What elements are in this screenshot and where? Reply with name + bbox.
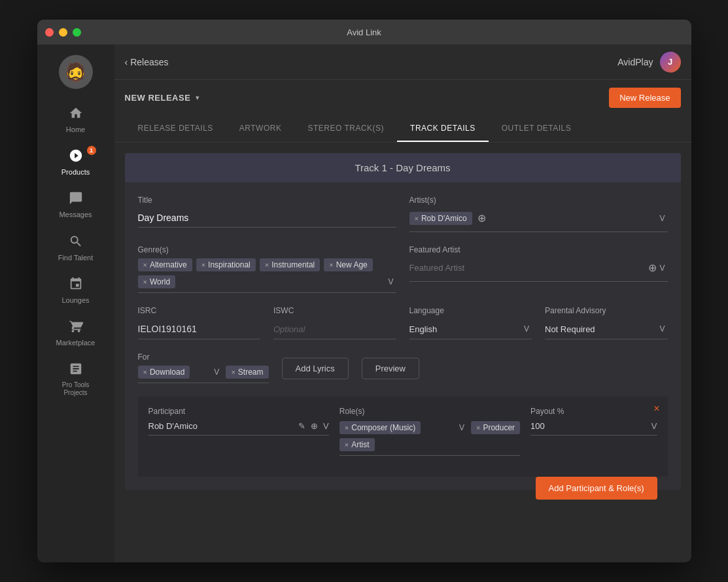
- roles-dropdown[interactable]: V: [457, 422, 467, 434]
- participant-dropdown-icon[interactable]: V: [323, 421, 329, 431]
- sidebar: 🧔 Home 1 Products: [37, 44, 114, 562]
- minimize-traffic-light[interactable]: [59, 28, 67, 37]
- top-bar: ‹ Releases AvidPlay J: [114, 44, 691, 80]
- tab-release-details[interactable]: RELEASE DETAILS: [125, 116, 226, 142]
- main-content: ‹ Releases AvidPlay J NEW RELEASE ▾ New …: [114, 44, 691, 562]
- pro-tools-icon: [69, 362, 83, 379]
- close-participant-button[interactable]: ×: [653, 403, 659, 415]
- tab-outlet-details[interactable]: OUTLET DETAILS: [489, 116, 585, 142]
- title-bar: Avid Link: [37, 20, 691, 44]
- isrc-group: ISRC IELOI1910161: [138, 306, 261, 339]
- remove-stream-icon[interactable]: ×: [231, 368, 235, 376]
- sidebar-item-find-talent[interactable]: Find Talent: [46, 228, 105, 267]
- sidebar-nav: Home 1 Products Messages: [37, 97, 114, 402]
- role-tag-artist: × Artist: [339, 438, 375, 451]
- remove-download-icon[interactable]: ×: [143, 368, 147, 376]
- parental-group: Parental Advisory Not Required V: [545, 306, 668, 339]
- featured-input[interactable]: [409, 263, 644, 273]
- featured-group: Featured Artist ⊕ V: [409, 245, 668, 293]
- parental-dropdown-icon[interactable]: V: [657, 323, 667, 335]
- payout-value: 100: [530, 421, 651, 431]
- close-traffic-light[interactable]: [45, 28, 54, 37]
- sidebar-item-marketplace-label: Marketplace: [56, 339, 95, 347]
- artists-dropdown[interactable]: V: [657, 213, 667, 224]
- add-artist-button[interactable]: ⊕: [477, 212, 486, 224]
- for-tag-stream: × Stream: [226, 366, 268, 379]
- for-tags-container: × Download V × Stream: [138, 366, 269, 383]
- preview-button[interactable]: Preview: [362, 358, 419, 379]
- sidebar-item-lounges-label: Lounges: [61, 296, 89, 305]
- traffic-lights: [45, 28, 81, 37]
- find-talent-icon: [69, 234, 83, 251]
- sidebar-item-lounges[interactable]: Lounges: [46, 270, 105, 310]
- sidebar-item-products[interactable]: 1 Products: [46, 142, 105, 182]
- featured-tag-row: ⊕ V: [409, 258, 668, 282]
- title-input[interactable]: [138, 209, 396, 228]
- remove-new-age-icon[interactable]: ×: [329, 261, 333, 269]
- add-participant-icon[interactable]: ⊕: [311, 421, 318, 431]
- for-group: For × Download V × Stream: [138, 352, 269, 383]
- remove-artist-role-icon[interactable]: ×: [345, 441, 349, 449]
- remove-producer-icon[interactable]: ×: [476, 424, 480, 432]
- remove-instrumental-icon[interactable]: ×: [265, 261, 269, 269]
- products-icon: [69, 148, 83, 165]
- remove-artist-icon[interactable]: ×: [415, 214, 419, 222]
- language-group: Language English V: [409, 306, 532, 339]
- remove-composer-icon[interactable]: ×: [345, 424, 349, 432]
- sidebar-item-find-talent-label: Find Talent: [58, 254, 94, 262]
- title-group: Title: [138, 196, 396, 232]
- role-tag-producer: × Producer: [471, 421, 520, 434]
- remove-world-icon[interactable]: ×: [143, 278, 147, 286]
- genres-dropdown[interactable]: V: [385, 276, 396, 288]
- genre-tag-instrumental: × Instrumental: [260, 258, 320, 271]
- release-dropdown-arrow[interactable]: ▾: [196, 94, 199, 102]
- sidebar-item-messages[interactable]: Messages: [46, 184, 105, 224]
- artist-tag-label: Rob D'Amico: [421, 214, 467, 223]
- sidebar-item-marketplace[interactable]: Marketplace: [46, 313, 105, 352]
- add-featured-button[interactable]: ⊕: [648, 262, 657, 274]
- release-title-area: NEW RELEASE ▾: [125, 93, 200, 103]
- new-release-button[interactable]: New Release: [609, 88, 680, 108]
- top-bar-right: AvidPlay J: [617, 52, 680, 73]
- back-button[interactable]: ‹ Releases: [125, 57, 169, 67]
- sidebar-item-messages-label: Messages: [59, 211, 92, 219]
- parental-label: Parental Advisory: [545, 306, 668, 315]
- tab-stereo-tracks[interactable]: STEREO TRACK(S): [294, 116, 397, 142]
- lounges-icon: [69, 277, 83, 294]
- sidebar-item-home[interactable]: Home: [46, 99, 105, 139]
- participant-labels-row: Participant Role(s) Payout %: [148, 407, 657, 416]
- chevron-left-icon: ‹: [125, 57, 128, 67]
- remove-alternative-icon[interactable]: ×: [143, 261, 147, 269]
- tab-track-details[interactable]: TRACK DETAILS: [397, 116, 489, 142]
- maximize-traffic-light[interactable]: [73, 28, 81, 37]
- avidplay-avatar[interactable]: J: [660, 52, 681, 73]
- isrc-value: IELOI1910161: [138, 324, 197, 334]
- for-dropdown[interactable]: V: [211, 366, 222, 378]
- language-dropdown-icon[interactable]: V: [521, 323, 532, 335]
- genres-label: Genre(s): [138, 245, 396, 254]
- genres-group: Genre(s) × Alternative × Inspirational: [138, 245, 396, 293]
- avatar: 🧔: [59, 55, 93, 89]
- window-title: Avid Link: [347, 27, 381, 37]
- edit-participant-icon[interactable]: ✎: [298, 421, 305, 431]
- participant-name: Rob D'Amico: [148, 421, 294, 431]
- form-row-genre-featured: Genre(s) × Alternative × Inspirational: [138, 245, 668, 293]
- tab-artwork[interactable]: ARTWORK: [226, 116, 295, 142]
- featured-dropdown[interactable]: V: [657, 262, 667, 274]
- form-row-title-artist: Title Artist(s) × Rob D'Amico ⊕: [138, 196, 668, 232]
- home-icon: [69, 106, 83, 123]
- language-label: Language: [409, 306, 532, 315]
- track-form: Title Artist(s) × Rob D'Amico ⊕: [125, 182, 681, 490]
- genre-tag-new-age: × New Age: [324, 258, 372, 271]
- title-label: Title: [138, 196, 396, 205]
- language-select[interactable]: English V: [409, 319, 532, 339]
- parental-select[interactable]: Not Required V: [545, 319, 668, 339]
- remove-inspirational-icon[interactable]: ×: [201, 261, 205, 269]
- sidebar-item-pro-tools[interactable]: Pro Tools Projects: [46, 355, 105, 402]
- isrc-label: ISRC: [138, 306, 261, 315]
- roles-label: Role(s): [339, 407, 520, 416]
- payout-dropdown-icon[interactable]: V: [651, 421, 657, 431]
- add-participant-button[interactable]: Add Participant & Role(s): [536, 477, 657, 500]
- content-area: Track 1 - Day Dreams Title Artist(s): [114, 143, 691, 562]
- add-lyrics-button[interactable]: Add Lyrics: [282, 358, 349, 379]
